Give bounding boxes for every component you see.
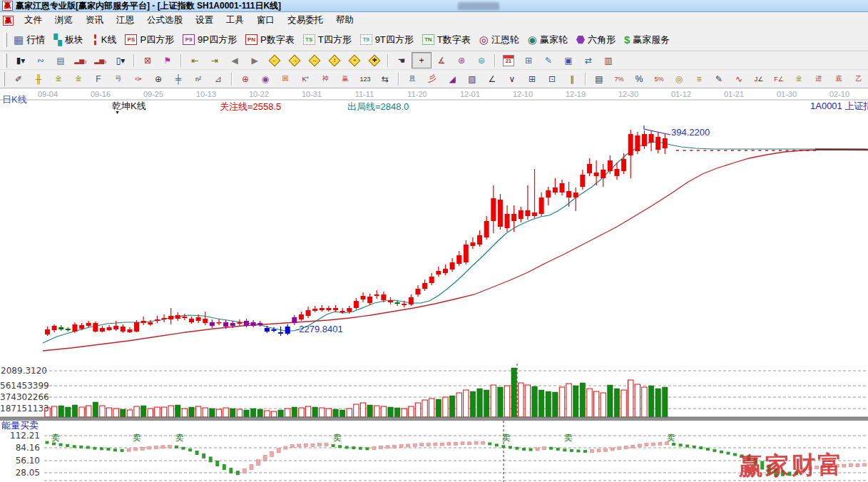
fan-icon[interactable]: ◢ [442,71,462,87]
pen-tool-icon[interactable]: ✐ [9,71,29,87]
calculator-icon[interactable]: ⊞ [519,52,538,68]
menu-item-工具[interactable]: 工具 [220,12,250,29]
toolbar-item-winner-wheel[interactable]: ◉赢家轮 [525,32,573,48]
chart-3-icon[interactable]: ▂▅₃ [71,52,91,68]
knot-tool-icon[interactable]: ⊜ [471,52,491,68]
toolbar-grip[interactable] [4,72,5,86]
pan-hand-icon[interactable]: ☚ [392,52,412,68]
save-icon[interactable]: ▣ [558,52,578,68]
menu-item-帮助[interactable]: 帮助 [330,12,360,29]
toolbar-grip[interactable] [4,53,7,68]
toolbar-item-sectors[interactable]: ▚板块 [51,32,89,48]
trend-knot-icon[interactable]: ∾ [31,52,51,68]
menu-item-浏览[interactable]: 浏览 [48,12,79,29]
di-angle-icon[interactable]: 底 [829,71,849,87]
clock-target-icon[interactable]: ⊕ [148,71,168,87]
toolbar-item-9t-square[interactable]: T99T四方形 [357,32,419,48]
crosshair-icon[interactable]: + [412,52,432,68]
gann-shape-icon[interactable]: ⊛ [451,52,471,68]
ying-grid-icon[interactable]: 赢 [335,71,355,87]
histogram-flag-icon[interactable]: ⚑ [158,52,178,68]
toolbar-item-p-table[interactable]: PNP数字表 [242,32,300,48]
gold-grid2-icon[interactable]: 金 [68,71,88,87]
parallel-lines-icon[interactable]: ∥ [562,71,582,87]
kline-style-dropdown[interactable]: ▮▾ [11,52,31,68]
last-bar-button[interactable]: ⇥ [205,52,225,68]
zoom-left-icon[interactable]: ← [265,52,285,68]
grid-a-icon[interactable]: ⊞ [522,71,542,87]
toolbar-item-winner-service[interactable]: $赢家服务 [621,32,675,48]
notes-icon[interactable]: ✎ [538,52,558,68]
toolbar-item-p-square[interactable]: PSP四方形 [122,32,180,48]
wave-icon[interactable]: ∿ [729,71,749,87]
first-bar-button[interactable]: ⇤ [185,52,205,68]
range-arrows-icon[interactable]: ⇆ [375,71,395,87]
five-percent-icon[interactable]: 5% [649,71,669,87]
toolbar-item-9p-square[interactable]: P99P四方形 [180,32,242,48]
mirror-angle-icon[interactable]: ⊿ [208,71,228,87]
gann-grid-icon[interactable]: ╫ [29,71,48,87]
menu-item-公式选股[interactable]: 公式选股 [141,12,189,29]
zoom-in-icon[interactable]: + [344,52,364,68]
kline-chart-canvas[interactable] [0,88,868,482]
j-angle-icon[interactable]: J∠ [749,71,769,87]
spiral-icon[interactable]: ◉ [255,71,275,87]
v-line-icon[interactable]: ∨ [502,71,522,87]
menu-item-交易委托[interactable]: 交易委托 [281,12,330,29]
price-frame-icon[interactable]: 且 [402,71,422,87]
seven-percent-icon[interactable]: 7% [609,71,629,87]
menu-item-资讯[interactable]: 资讯 [79,12,110,29]
gold-lines-icon[interactable]: ≡ [689,71,709,87]
menu-item-文件[interactable]: 文件 [18,12,48,29]
brush-icon[interactable]: ✎ [709,71,729,87]
number-grid-icon[interactable]: 123 [355,71,375,87]
jin-angle-icon[interactable]: 进 [809,71,829,87]
gold-angle-icon[interactable]: 金 [789,71,809,87]
zoom-right-icon[interactable]: → [285,52,305,68]
yi-angle-icon[interactable]: 乙 [849,71,868,87]
pattern-icon[interactable]: ⊠ [138,52,158,68]
kline-type-caret-icon[interactable]: ▼ [115,110,120,115]
next-bar-button[interactable]: ▶ [245,52,265,68]
order-icon[interactable]: ▥ [598,52,618,68]
n2-grid-icon[interactable]: n² [188,71,208,87]
fan-box-icon[interactable]: ▨ [462,71,482,87]
menu-item-设置[interactable]: 设置 [189,12,220,29]
gold-grid-icon[interactable]: 金 [48,71,68,87]
percent-icon[interactable]: % [629,71,649,87]
menu-item-窗口[interactable]: 窗口 [250,12,281,29]
chart-area[interactable]: 09-0409-1609-2510-1310-2210-3111-1111-20… [0,88,868,482]
angle-measure-icon[interactable]: ∡ [432,52,451,68]
percent-list-icon[interactable]: ▤ [589,71,609,87]
prev-bar-button[interactable]: ◀ [225,52,245,68]
rays-icon[interactable]: 彡 [422,71,442,87]
gold-circle-icon[interactable]: ◎ [669,71,689,87]
grid-b-icon[interactable]: ⊡ [542,71,562,87]
target-red-icon[interactable]: ⊕ [235,71,255,87]
zoom-v-icon[interactable]: ↕ [325,52,344,68]
f-grid-icon[interactable]: F [88,71,108,87]
zoom-h-icon[interactable]: ↔ [305,52,325,68]
k-quote-icon[interactable]: K″ [295,71,315,87]
angle-line-icon[interactable]: ∠ [482,71,502,87]
toolbar-item-hexagon[interactable]: 六角形 [573,32,621,48]
menu-item-江恩[interactable]: 江恩 [110,12,141,29]
hash-grid-icon[interactable]: ╪ [168,71,188,87]
toolbar-grip[interactable] [4,33,7,47]
chart-9-icon[interactable]: ▂▅₉ [91,52,111,68]
toolbar-item-t-table[interactable]: TNT数字表 [419,32,476,48]
shen-grid-icon[interactable]: 神 [315,71,335,87]
box-spiral-icon[interactable]: 回 [275,71,295,87]
calendar-icon[interactable]: 21 [499,52,519,68]
clipboard-icon[interactable]: ▤ [51,52,71,68]
candle-type-dropdown[interactable]: ▯▾ [111,52,131,68]
zoom-all-icon[interactable]: ✚ [364,52,384,68]
bow-grid-icon[interactable]: 弓 [108,71,128,87]
toolbar-item-kline[interactable]: ╏K线 [89,32,123,48]
f-angle-icon[interactable]: F∠ [769,71,789,87]
marker-tool-icon[interactable]: ✑ [128,71,148,87]
toolbar-item-quotes[interactable]: ▦行情 [11,32,51,48]
toolbar-item-gann-wheel[interactable]: ◎江恩轮 [476,32,525,48]
toolbar-item-t-square[interactable]: TST四方形 [300,32,357,48]
transfer-icon[interactable]: ⇄ [578,52,598,68]
